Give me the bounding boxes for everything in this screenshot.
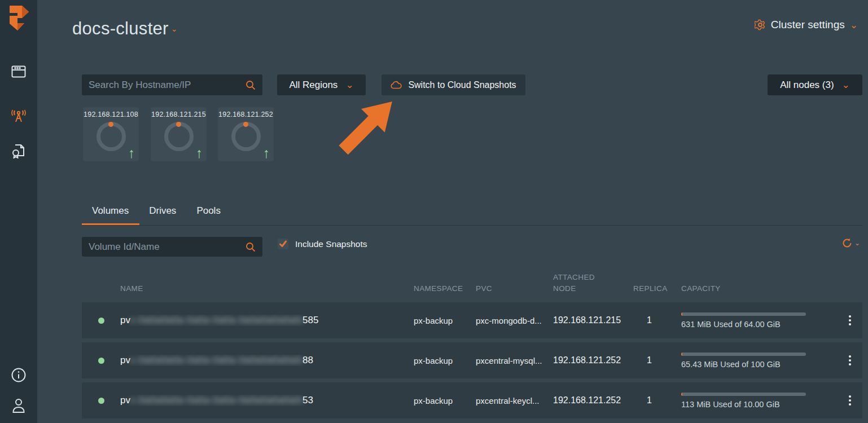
capacity-cell: 65.43 MiB Used of 100 GiB [681,352,838,369]
include-snapshots-label: Include Snapshots [295,239,367,249]
user-icon[interactable] [10,397,27,414]
sidebar [0,0,37,423]
node-monitor-antenna-icon[interactable] [10,107,27,124]
capacity-label: 631 MiB Used of 64.00 GiB [681,320,806,329]
switch-to-cloud-snapshots-label: Switch to Cloud Snapshots [408,80,516,90]
status-dot [98,358,104,364]
chevron-down-icon: ⌄ [345,79,353,91]
col-name: NAME [120,283,414,294]
volume-name: pvc-0a0a0a0a-0a0a-0a0a-0a0a0a0a0a0a0a058… [120,315,414,326]
table-header: NAME NAMESPACE PVC ATTACHED NODE REPLICA… [82,268,862,302]
refresh-icon [841,237,853,249]
replica-count: 1 [633,395,681,406]
volume-name: pvc-0a0a0a0a-0a0a-0a0a-0a0a0a0a0a0a0a088 [120,355,414,366]
col-pvc: PVC [476,283,553,294]
volume-pvc: pxc-mongodb-d... [476,316,553,325]
up-arrow-icon: ↑ [263,146,270,160]
switch-to-cloud-snapshots-button[interactable]: Switch to Cloud Snapshots [382,74,525,95]
include-snapshots-control: Include Snapshots [278,239,367,249]
redacted-text: c-0a0a0a0a-0a0a-0a0a-0a0a0a0a0a0a0a0 [130,395,303,406]
volume-namespace: px-backup [414,356,476,365]
chevron-down-icon: ⌄ [171,25,178,33]
node-card[interactable]: 192.168.121.215 ↑ [151,107,207,161]
capacity-bar [681,393,682,396]
include-snapshots-checkbox[interactable] [278,239,288,249]
capacity-label: 113 MiB Used of 10.00 GiB [681,400,806,409]
nodes-dropdown[interactable]: All nodes (3) ⌄ [768,74,862,95]
col-namespace: NAMESPACE [414,283,476,294]
usage-gauge [164,122,194,151]
cluster-name-dropdown[interactable]: docs-cluster ⌄ [72,19,178,39]
cluster-settings-label: Cluster settings [771,19,845,31]
attached-node: 192.168.121.215 [553,315,633,325]
gear-icon [755,19,766,30]
search-icon[interactable] [246,80,256,90]
volume-namespace: px-backup [414,396,476,406]
up-arrow-icon: ↑ [196,146,203,160]
chevron-down-icon: ⌄ [854,239,860,247]
nodes-dropdown-value: All nodes (3) [780,80,834,91]
table-row[interactable]: pvc-0a0a0a0a-0a0a-0a0a-0a0a0a0a0a0a0a058… [82,302,862,338]
capacity-cell: 631 MiB Used of 64.00 GiB [681,312,838,329]
capacity-bar [681,312,682,316]
volume-pvc: pxcentral-mysql... [476,356,553,365]
row-menu-kebab-icon[interactable] [838,355,862,365]
cloud-icon [391,81,402,89]
hostname-search [82,74,262,95]
capacity-bar [681,352,682,356]
search-icon[interactable] [246,242,256,252]
capacity-label: 65.43 MiB Used of 100 GiB [681,360,806,369]
volume-search [82,237,262,257]
table-row[interactable]: pvc-0a0a0a0a-0a0a-0a0a-0a0a0a0a0a0a0a053… [82,382,862,418]
node-card[interactable]: 192.168.121.252 ↑ [218,107,274,161]
regions-dropdown-value: All Regions [289,80,337,91]
usage-gauge [231,122,261,151]
hostname-search-input[interactable] [89,80,246,91]
capacity-cell: 113 MiB Used of 10.00 GiB [681,393,838,409]
status-dot [98,318,104,324]
tab-bar: Volumes Drives Pools [82,202,231,226]
attached-node: 192.168.121.252 [553,395,633,406]
redacted-text: c-0a0a0a0a-0a0a-0a0a-0a0a0a0a0a0a0a0 [130,355,303,365]
cluster-settings-menu[interactable]: Cluster settings ⌄ [755,19,858,31]
app-root: docs-cluster ⌄ Cluster settings ⌄ All Re… [0,0,868,423]
refresh-control[interactable]: ⌄ [841,237,860,249]
volume-namespace: px-backup [414,316,476,325]
tab-drives[interactable]: Drives [139,202,186,226]
chevron-down-icon: ⌄ [842,79,850,91]
tab-divider [82,225,862,226]
volumes-table: NAME NAMESPACE PVC ATTACHED NODE REPLICA… [82,268,862,422]
node-card[interactable]: 192.168.121.108 ↑ [83,107,139,161]
up-arrow-icon: ↑ [128,146,135,160]
usage-gauge [97,122,126,151]
replica-count: 1 [633,315,681,325]
portworx-logo[interactable] [7,5,30,32]
tab-volumes[interactable]: Volumes [82,202,139,226]
info-icon[interactable] [10,367,27,384]
table-row[interactable]: pvc-0a0a0a0a-0a0a-0a0a-0a0a0a0a0a0a0a088… [82,342,862,378]
volume-search-input[interactable] [89,241,246,253]
col-capacity: CAPACITY [681,283,838,294]
license-document-icon[interactable] [10,142,27,159]
status-dot [98,398,104,404]
redacted-text: c-0a0a0a0a-0a0a-0a0a-0a0a0a0a0a0a0a0 [130,315,303,325]
node-ip: 192.168.121.215 [151,111,207,118]
col-replica: REPLICA [633,283,681,294]
annotation-arrow [336,86,405,159]
replica-count: 1 [633,355,681,365]
row-menu-kebab-icon[interactable] [838,395,862,406]
tab-pools[interactable]: Pools [186,202,231,226]
node-ip: 192.168.121.252 [218,111,274,118]
regions-dropdown[interactable]: All Regions ⌄ [277,74,366,95]
dashboard-icon[interactable] [10,63,27,80]
col-attached-node: ATTACHED NODE [553,272,633,295]
row-menu-kebab-icon[interactable] [838,315,862,325]
volume-name: pvc-0a0a0a0a-0a0a-0a0a-0a0a0a0a0a0a0a053 [120,395,414,406]
attached-node: 192.168.121.252 [553,355,633,365]
chevron-down-icon: ⌄ [850,19,858,31]
volume-pvc: pxcentral-keycl... [476,396,553,406]
cluster-name: docs-cluster [72,19,169,39]
node-ip: 192.168.121.108 [83,111,139,118]
